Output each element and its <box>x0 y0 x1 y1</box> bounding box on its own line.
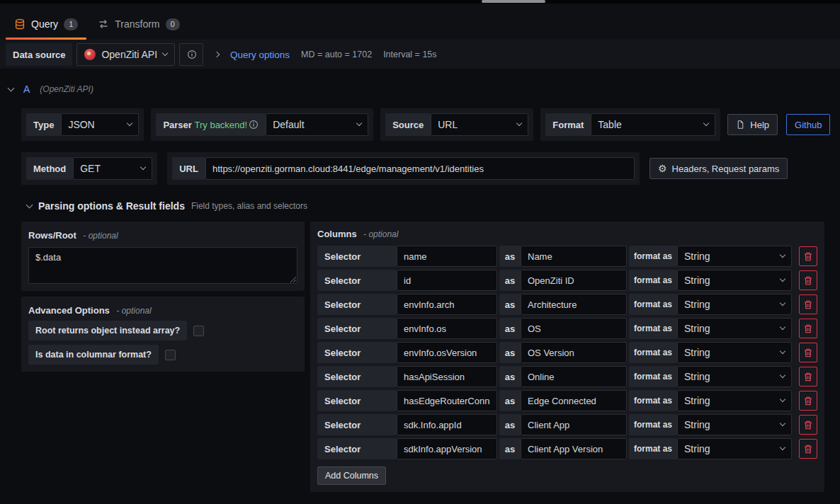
chevron-down-icon <box>780 348 785 354</box>
options-row: Type JSON Parser Try backend! <box>21 108 824 141</box>
checkbox-columnar-format[interactable] <box>165 350 176 360</box>
breadcrumb-chevron-icon <box>214 52 220 57</box>
editor-action-buttons: Help Github <box>727 108 830 135</box>
delete-column-button[interactable] <box>799 415 817 435</box>
source-field: Source URL <box>380 108 533 141</box>
datasource-info-button[interactable] <box>179 43 203 66</box>
help-button[interactable]: Help <box>727 114 778 135</box>
column-alias-input[interactable] <box>521 414 627 435</box>
delete-column-button[interactable] <box>799 367 817 386</box>
parsing-section-header[interactable]: Parsing options & Result fields Field ty… <box>27 200 824 212</box>
selector-label: Selector <box>317 414 397 435</box>
format-as-label: format as <box>629 246 677 267</box>
method-select[interactable]: GET <box>73 157 152 180</box>
column-selector-input[interactable] <box>397 270 497 291</box>
delete-column-button[interactable] <box>799 343 817 362</box>
column-format-select[interactable]: String <box>677 246 792 267</box>
column-format-select[interactable]: String <box>677 270 792 291</box>
format-as-label: format as <box>629 342 677 363</box>
column-row: Selector as format as String <box>317 438 817 459</box>
format-as-label: format as <box>629 270 677 291</box>
column-selector-input[interactable] <box>397 414 497 435</box>
tab-transform[interactable]: Transform 0 <box>88 8 189 40</box>
trash-icon <box>804 372 812 382</box>
chevron-down-icon <box>127 120 132 126</box>
advanced-options-header: Advanced Options - optional <box>28 304 297 316</box>
column-format-select[interactable]: String <box>677 390 792 411</box>
parsing-panels: Rows/Root - optional $.data Advanced Opt… <box>21 222 824 492</box>
column-selector-input[interactable] <box>397 318 497 339</box>
delete-column-button[interactable] <box>799 391 817 411</box>
parser-label: Parser Try backend! <box>156 113 266 136</box>
parser-select[interactable]: Default <box>266 113 368 136</box>
add-columns-button[interactable]: Add Columns <box>317 466 386 485</box>
column-alias-input[interactable] <box>521 246 627 267</box>
source-select[interactable]: URL <box>431 113 528 136</box>
column-alias-input[interactable] <box>521 390 627 411</box>
column-format-select[interactable]: String <box>677 294 792 315</box>
column-format-select[interactable]: String <box>677 366 792 387</box>
query-options-toggle[interactable]: Query options <box>230 50 290 60</box>
as-label: as <box>499 246 521 267</box>
rows-root-input[interactable]: $.data <box>28 247 297 284</box>
headers-request-params-button[interactable]: ⚙ Headers, Request params <box>649 158 788 179</box>
tab-transform-label: Transform <box>115 18 159 30</box>
selector-label: Selector <box>317 342 397 363</box>
left-column: Rows/Root - optional $.data Advanced Opt… <box>21 222 305 372</box>
datasource-label: Data source <box>6 43 72 66</box>
tab-transform-count-badge: 0 <box>166 18 180 30</box>
tab-query-label: Query <box>31 18 58 30</box>
trash-icon <box>804 324 812 333</box>
column-selector-input[interactable] <box>397 246 497 267</box>
column-format-select[interactable]: String <box>677 342 792 363</box>
format-label: Format <box>545 113 591 136</box>
column-selector-input[interactable] <box>397 390 497 411</box>
column-selector-input[interactable] <box>397 294 497 315</box>
delete-column-button[interactable] <box>799 439 817 459</box>
column-alias-input[interactable] <box>521 270 627 291</box>
section-chevron-icon <box>26 201 33 208</box>
column-alias-input[interactable] <box>521 366 627 387</box>
column-alias-input[interactable] <box>521 294 627 315</box>
columnar-format-label: Is data in columnar format? <box>28 345 159 365</box>
column-selector-input[interactable] <box>397 366 497 387</box>
collapse-chevron-icon[interactable] <box>8 84 15 91</box>
datasource-picker-value: OpenZiti API <box>101 49 157 60</box>
delete-column-button[interactable] <box>799 319 817 338</box>
column-alias-input[interactable] <box>521 438 627 459</box>
as-label: as <box>499 390 521 411</box>
github-button[interactable]: Github <box>786 114 830 135</box>
column-format-select[interactable]: String <box>677 318 792 339</box>
chevron-down-icon <box>780 324 785 330</box>
column-row: Selector as format as String <box>317 270 817 291</box>
as-label: as <box>499 414 521 435</box>
chevron-down-icon <box>780 276 785 282</box>
parsing-section-title: Parsing options & Result fields <box>38 200 185 212</box>
delete-column-button[interactable] <box>799 246 817 266</box>
column-row: Selector as format as String <box>317 318 817 339</box>
column-format-select[interactable]: String <box>677 438 792 459</box>
url-label: URL <box>172 157 205 180</box>
trash-icon <box>804 445 812 454</box>
column-alias-input[interactable] <box>521 318 627 339</box>
checkbox-root-returns-object[interactable] <box>193 326 204 336</box>
trash-icon <box>804 276 812 285</box>
url-input[interactable] <box>205 157 635 180</box>
grafana-query-editor: Query 1 Transform 0 Data source OpenZiti… <box>0 0 840 504</box>
type-field: Type JSON <box>21 108 144 141</box>
tab-query[interactable]: Query 1 <box>4 8 88 40</box>
type-select[interactable]: JSON <box>61 113 139 136</box>
column-selector-input[interactable] <box>397 342 497 363</box>
chevron-down-icon <box>516 120 522 126</box>
delete-column-button[interactable] <box>799 294 817 314</box>
trash-icon <box>804 348 812 357</box>
delete-column-button[interactable] <box>799 270 817 290</box>
rows-root-panel: Rows/Root - optional $.data <box>21 222 305 291</box>
query-ref-id: A <box>23 84 30 95</box>
format-select[interactable]: Table <box>591 113 715 136</box>
column-format-select[interactable]: String <box>677 414 792 435</box>
column-alias-input[interactable] <box>521 342 627 363</box>
column-selector-input[interactable] <box>397 438 497 459</box>
as-label: as <box>499 270 521 291</box>
datasource-picker[interactable]: OpenZiti API <box>76 43 175 66</box>
